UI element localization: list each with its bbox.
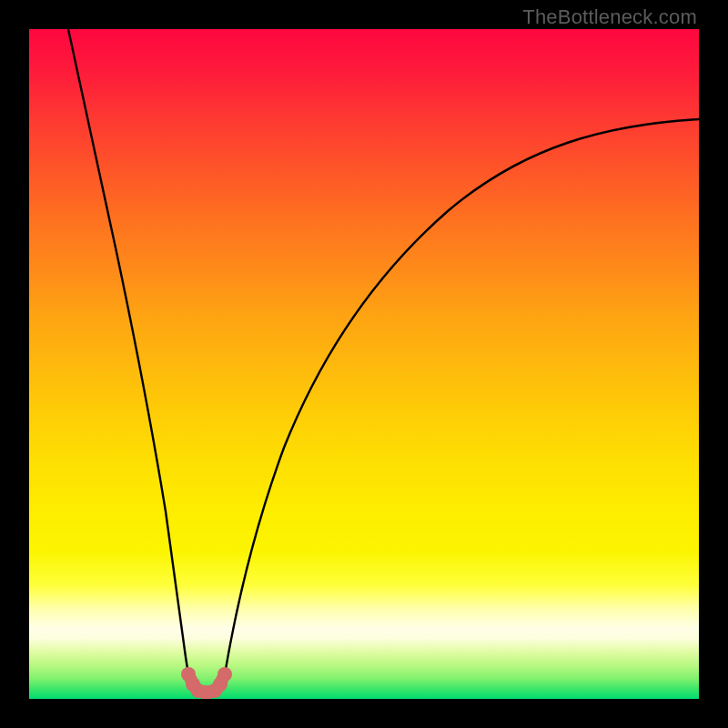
- watermark-text: TheBottleneck.com: [522, 5, 697, 29]
- chart-frame: TheBottleneck.com: [0, 0, 728, 728]
- plot-area: [29, 29, 699, 699]
- curve-right-branch: [225, 119, 699, 674]
- curve-layer: [29, 29, 699, 699]
- svg-point-12: [216, 673, 228, 686]
- marker-group: [181, 667, 232, 699]
- curve-left-branch: [68, 29, 188, 674]
